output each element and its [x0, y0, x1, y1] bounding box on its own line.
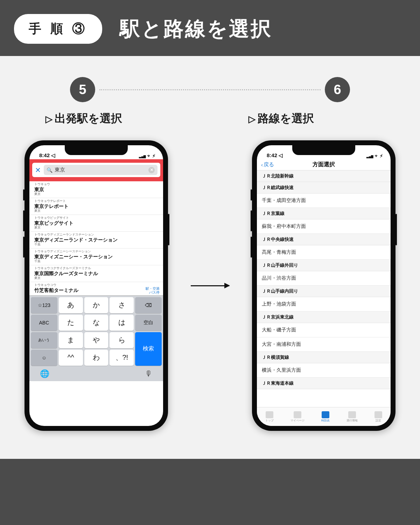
keyboard: ☆123あかさ⌫ABCたなは空白あいうまやら検索☺^^わ、?! 🌐 🎙 — [29, 295, 163, 381]
step-circle-5: 5 — [70, 77, 95, 102]
result-item[interactable]: トウキョウコクサイクルーズターミナル東京国際クルーズターミナル東京 — [29, 265, 163, 282]
nav-title: 方面選択 — [313, 161, 335, 168]
content: 5 6 ▷出発駅を選択 ▷路線を選択 8:42 ◁ ▂▃▅ ᯤ ⚡︎ ✕ � — [0, 56, 420, 459]
search-highlight: ✕ 🔍 東京 ✕ — [29, 159, 163, 181]
keyboard-key[interactable]: ら — [110, 332, 134, 348]
route-item[interactable]: 大宮・南浦和方面 — [257, 337, 391, 352]
chevron-left-icon: ‹ — [261, 162, 263, 168]
route-item[interactable]: 大船・磯子方面 — [257, 323, 391, 337]
keyboard-key[interactable]: あいう — [31, 332, 57, 348]
dots-connector — [99, 89, 321, 90]
clear-icon[interactable]: ✕ — [148, 167, 155, 173]
status-icons: ▂▃▅ ᯤ ⚡︎ — [139, 153, 155, 159]
search-value: 東京 — [55, 167, 65, 173]
keyboard-key[interactable]: ☺ — [31, 350, 57, 366]
keyboard-key[interactable]: あ — [59, 297, 83, 313]
header: 手 順 ③ 駅と路線を選択 — [0, 0, 420, 56]
tab-bar: トップマイページ時刻表運行情報設定 — [257, 407, 391, 426]
route-item[interactable]: 蘇我・府中本町方面 — [257, 219, 391, 234]
tab-item[interactable]: 時刻表 — [321, 411, 330, 422]
tab-icon — [294, 411, 301, 418]
keyboard-key[interactable]: わ — [84, 350, 108, 366]
keyboard-key[interactable]: は — [110, 315, 134, 331]
keyboard-key[interactable]: ま — [59, 332, 83, 348]
tab-icon — [322, 411, 329, 418]
result-item[interactable]: トウキョウディズニーシーステーション東京ディズニーシー・ステーション千葉 — [29, 248, 163, 265]
keyboard-key[interactable]: ABC — [31, 315, 57, 331]
search-box: ✕ 🔍 東京 ✕ — [32, 163, 160, 177]
route-header: ＪＲ東海道本線 — [257, 378, 391, 389]
triangle-icon: ▷ — [46, 114, 52, 124]
route-item[interactable]: 上野・池袋方面 — [257, 297, 391, 312]
keyboard-key[interactable]: な — [84, 315, 108, 331]
close-icon[interactable]: ✕ — [35, 166, 41, 174]
results-list: トウキョウ東京東京トウキョウテレポート東京テレポート東京トウキョウビッグサイト東… — [29, 181, 163, 295]
tab-item[interactable]: マイページ — [290, 411, 304, 422]
notch — [292, 145, 355, 155]
keyboard-key[interactable]: や — [84, 332, 108, 348]
step-circle-6: 6 — [325, 77, 350, 102]
route-item[interactable]: 品川・渋谷方面 — [257, 271, 391, 286]
step-badge: 手 順 ③ — [14, 14, 102, 44]
result-item[interactable]: トウキョウコウ竹芝客船ターミナル駅・空港バス停 — [29, 282, 163, 295]
result-item[interactable]: トウキョウディズニーランドステーション東京ディズニーランド・ステーション千葉 — [29, 232, 163, 248]
route-header: ＪＲ横須賀線 — [257, 352, 391, 363]
tab-item[interactable]: トップ — [265, 411, 274, 422]
keyboard-key[interactable]: ☆123 — [31, 297, 57, 313]
tab-icon — [374, 411, 382, 418]
route-header: ＪＲ山手線内回り — [257, 286, 391, 297]
route-header: ＪＲ中央線快速 — [257, 234, 391, 245]
step-label-5: ▷出発駅を選択 — [46, 111, 192, 126]
phones-row: 8:42 ◁ ▂▃▅ ᯤ ⚡︎ ✕ 🔍 東京 ✕ トウキョウ東京東京トウキ — [24, 140, 396, 431]
tab-item[interactable]: 設定 — [374, 411, 382, 422]
route-list: ＪＲ北陸新幹線ＪＲ総武線快速千葉・成田空港方面ＪＲ京葉線蘇我・府中本町方面ＪＲ中… — [257, 170, 391, 401]
step-label-6: ▷路線を選択 — [227, 111, 374, 126]
steps-row: 5 6 — [24, 77, 396, 102]
search-icon: 🔍 — [47, 167, 52, 173]
route-header: ＪＲ山手線外回り — [257, 260, 391, 271]
labels-row: ▷出発駅を選択 ▷路線を選択 — [24, 111, 396, 126]
keyboard-key[interactable]: た — [59, 315, 83, 331]
page-title: 駅と路線を選択 — [120, 15, 272, 43]
route-item[interactable]: 千葉・成田空港方面 — [257, 194, 391, 208]
globe-icon[interactable]: 🌐 — [40, 369, 49, 378]
keyboard-key[interactable]: さ — [110, 297, 134, 313]
nav-bar: ‹戻る 方面選択 — [257, 159, 391, 170]
arrow — [168, 285, 252, 286]
route-item[interactable]: 横浜・久里浜方面 — [257, 363, 391, 378]
keyboard-key[interactable]: ⌫ — [135, 297, 162, 313]
keyboard-key[interactable]: ^^ — [59, 350, 83, 366]
notch — [65, 145, 128, 155]
phone-mockup-6: 8:42 ◁ ▂▃▅ ᯤ ⚡︎ ‹戻る 方面選択 ＪＲ北陸新幹線ＪＲ総武線快速千… — [252, 140, 396, 431]
route-header: ＪＲ京葉線 — [257, 208, 391, 219]
route-header: ＪＲ総武線快速 — [257, 182, 391, 194]
triangle-icon: ▷ — [248, 114, 255, 124]
keyboard-key[interactable]: 、?! — [110, 350, 134, 366]
result-item[interactable]: トウキョウテレポート東京テレポート東京 — [29, 198, 163, 215]
back-button[interactable]: ‹戻る — [261, 161, 274, 168]
keyboard-key[interactable]: 空白 — [135, 315, 162, 331]
mic-icon[interactable]: 🎙 — [145, 369, 153, 378]
result-item[interactable]: トウキョウビッグサイト東京ビッグサイト東京 — [29, 215, 163, 232]
search-key[interactable]: 検索 — [135, 332, 162, 366]
tab-icon — [348, 411, 356, 418]
route-item[interactable]: 高尾・青梅方面 — [257, 245, 391, 260]
route-header: ＪＲ京浜東北線 — [257, 312, 391, 323]
route-header: ＪＲ北陸新幹線 — [257, 170, 391, 182]
status-icons: ▂▃▅ ᯤ ⚡︎ — [366, 153, 383, 159]
tab-icon — [266, 411, 273, 418]
phone-mockup-5: 8:42 ◁ ▂▃▅ ᯤ ⚡︎ ✕ 🔍 東京 ✕ トウキョウ東京東京トウキ — [24, 140, 168, 431]
result-item[interactable]: トウキョウ東京東京 — [29, 181, 163, 198]
keyboard-key[interactable]: か — [84, 297, 108, 313]
tab-item[interactable]: 運行情報 — [346, 411, 358, 422]
search-input[interactable]: 🔍 東京 ✕ — [44, 165, 158, 175]
